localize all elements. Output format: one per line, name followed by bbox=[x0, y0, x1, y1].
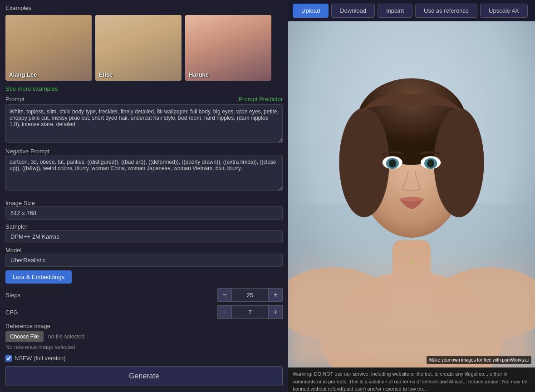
image-size-label: Image Size bbox=[5, 200, 283, 206]
example-label-xiang: Xiang Lee bbox=[9, 71, 37, 78]
cfg-value: 7 bbox=[232, 305, 268, 319]
model-label: Model bbox=[5, 247, 283, 254]
example-thumb-elise[interactable]: Elise bbox=[95, 15, 182, 81]
cfg-label: CFG bbox=[5, 309, 42, 316]
svg-rect-18 bbox=[288, 245, 535, 368]
download-button[interactable]: Download bbox=[331, 4, 375, 18]
generate-button[interactable]: Generate bbox=[5, 366, 283, 386]
svg-point-9 bbox=[339, 108, 389, 217]
toolbar: Upload Download Inpaint Use as reference… bbox=[288, 0, 535, 21]
warning-bar: Warning: DO NOT use our service, includi… bbox=[288, 368, 535, 392]
examples-title: Examples bbox=[5, 5, 283, 11]
main-image-area: Make your own images for free with pornW… bbox=[288, 21, 535, 368]
example-label-elise: Elise bbox=[99, 71, 113, 78]
steps-decrement[interactable]: − bbox=[217, 288, 232, 302]
example-thumb-xiang[interactable]: Xiang Lee bbox=[5, 15, 92, 81]
no-ref-image-text: No reference image selected bbox=[5, 344, 283, 350]
see-more-link[interactable]: See more examples bbox=[5, 85, 283, 92]
sampler-select[interactable]: DPM++ 2M Karras bbox=[5, 230, 283, 243]
prompt-predictor-link[interactable]: Prompt Predictor bbox=[238, 96, 283, 103]
example-label-haruke: Haruke bbox=[189, 71, 209, 78]
cfg-decrement[interactable]: − bbox=[217, 305, 232, 319]
cfg-increment[interactable]: + bbox=[268, 305, 283, 319]
steps-stepper: − 25 + bbox=[217, 288, 283, 302]
cfg-stepper: − 7 + bbox=[217, 305, 283, 319]
steps-label: Steps bbox=[5, 292, 42, 299]
left-panel: Examples Xiang Lee Elise Haruke See more… bbox=[0, 0, 288, 392]
prompt-label: Prompt bbox=[5, 96, 25, 103]
image-container: Make your own images for free with pornW… bbox=[288, 21, 535, 368]
svg-point-16 bbox=[427, 159, 434, 167]
no-file-text: no file selected bbox=[48, 333, 84, 340]
lora-embeddings-button[interactable]: Lora & Embeddings bbox=[5, 270, 72, 284]
example-thumb-haruke[interactable]: Haruke bbox=[185, 15, 271, 81]
svg-point-10 bbox=[434, 108, 484, 217]
choose-file-button[interactable]: Choose File bbox=[5, 331, 44, 342]
nsfw-label: NSFW (full version) bbox=[15, 355, 66, 362]
sampler-label: Sampler bbox=[5, 223, 283, 230]
right-panel: Upload Download Inpaint Use as reference… bbox=[288, 0, 535, 392]
inpaint-button[interactable]: Inpaint bbox=[378, 4, 412, 18]
watermark-text: Make your own images for free with pornW… bbox=[427, 356, 531, 364]
steps-increment[interactable]: + bbox=[268, 288, 283, 302]
upscale-button[interactable]: Upscale 4X bbox=[480, 4, 527, 18]
neg-prompt-textarea[interactable]: cartoon, 3d, obese, fat, panties, ((disf… bbox=[5, 155, 283, 191]
nsfw-checkbox[interactable] bbox=[5, 355, 12, 362]
upload-button[interactable]: Upload bbox=[293, 4, 329, 18]
image-size-select[interactable]: 512 x 768 bbox=[5, 206, 283, 220]
steps-value: 25 bbox=[232, 288, 268, 302]
ref-image-label: Reference image bbox=[5, 323, 283, 329]
portrait-image bbox=[288, 21, 535, 368]
model-select[interactable]: UberRealistic bbox=[5, 254, 283, 267]
neg-prompt-label: Negative Prompt bbox=[5, 148, 49, 155]
svg-point-15 bbox=[389, 159, 396, 167]
prompt-textarea[interactable]: White, topless, slim, chibi body type, f… bbox=[5, 104, 283, 143]
use-as-reference-button[interactable]: Use as reference bbox=[415, 4, 477, 18]
examples-row: Xiang Lee Elise Haruke bbox=[5, 15, 283, 81]
